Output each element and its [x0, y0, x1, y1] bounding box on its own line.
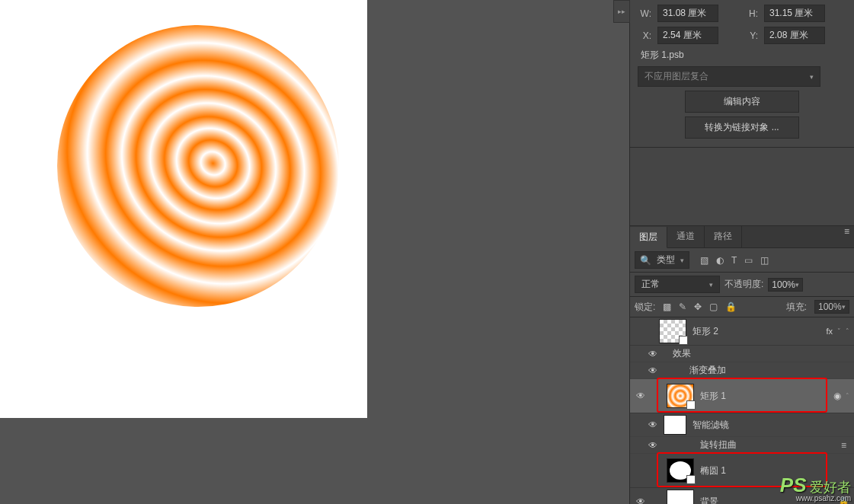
chevron-down-icon: ▾: [795, 281, 799, 289]
convert-to-linked-button[interactable]: 转换为链接对象 ...: [685, 116, 799, 139]
effects-label: 效果: [673, 347, 691, 360]
watermark: PS 爱好者 www.psahz.com: [780, 474, 851, 502]
layer-comp-value: 不应用图层复合: [644, 70, 708, 83]
collapse-panels-button[interactable]: ▸▸: [613, 0, 630, 23]
gradient-overlay-label: 渐变叠加: [689, 364, 726, 377]
visibility-toggle[interactable]: 👁: [645, 365, 660, 376]
lock-label: 锁定:: [635, 301, 655, 314]
filter-pixel-icon[interactable]: ▧: [700, 255, 708, 266]
layer-thumb[interactable]: [667, 384, 694, 408]
layer-thumb[interactable]: [667, 458, 694, 483]
fill-value: 100%: [818, 301, 842, 312]
visibility-toggle[interactable]: 👁: [645, 419, 660, 430]
visibility-toggle[interactable]: 👁: [645, 349, 660, 359]
shape-badge-icon: [686, 475, 696, 484]
watermark-cn: 爱好者: [810, 480, 851, 495]
visibility-toggle[interactable]: 👁: [630, 496, 651, 504]
blend-mode-value: 正常: [641, 278, 660, 291]
filter-kind-value: 类型: [657, 254, 675, 266]
lock-all-icon[interactable]: 🔒: [725, 301, 737, 312]
filter-mask-thumb[interactable]: [664, 415, 686, 435]
lock-row: 锁定: ▩ ✎ ✥ ▢ 🔒 填充: 100% ▾: [630, 297, 854, 317]
edit-contents-button[interactable]: 编辑内容: [685, 91, 799, 113]
fill-label: 填充:: [786, 301, 807, 314]
svg-point-1: [53, 21, 343, 311]
chevron-down-icon: ▾: [810, 73, 814, 81]
blend-row: 正常 ▾ 不透明度: 100% ▾: [630, 273, 854, 297]
spiral-artwork: [53, 21, 343, 311]
visibility-toggle[interactable]: 👁: [630, 391, 651, 401]
width-field[interactable]: 31.08 厘米: [657, 5, 718, 22]
y-label: Y:: [744, 30, 758, 41]
layer-thumb[interactable]: [667, 490, 694, 504]
width-label: W:: [638, 8, 651, 19]
x-field[interactable]: 2.54 厘米: [657, 27, 718, 44]
filter-smart-icon[interactable]: ◫: [760, 255, 769, 266]
layer-name[interactable]: 矩形 1: [700, 390, 854, 403]
layer-filter-twirl[interactable]: 👁 旋转扭曲 ≡: [630, 437, 854, 454]
panel-tabs: 图层 通道 路径 ≡: [630, 225, 854, 248]
x-label: X:: [638, 30, 651, 41]
filter-options-icon[interactable]: ≡: [841, 440, 846, 451]
chevron-up-icon[interactable]: ˄: [846, 327, 849, 335]
layer-rect2[interactable]: 矩形 2 fx˅˄: [630, 317, 854, 346]
right-panel: ▸▸ W: 31.08 厘米 H: 31.15 厘米 X: 2.54 厘米 Y:…: [629, 0, 854, 504]
tab-channels[interactable]: 通道: [667, 226, 705, 247]
tab-paths[interactable]: 路径: [705, 226, 742, 247]
smart-object-badge-icon: [686, 400, 696, 410]
layer-effect-gradient[interactable]: 👁 渐变叠加: [630, 362, 854, 379]
canvas-area: [0, 0, 629, 504]
chevron-down-icon[interactable]: ˅: [837, 327, 841, 335]
watermark-main: PS: [780, 474, 807, 496]
chevron-down-icon: ▾: [709, 281, 713, 289]
height-field[interactable]: 31.15 厘米: [764, 5, 825, 22]
lock-position-icon[interactable]: ✥: [694, 301, 702, 312]
y-field[interactable]: 2.08 厘米: [764, 27, 825, 44]
layer-thumb[interactable]: [659, 319, 686, 343]
visibility-toggle[interactable]: 👁: [645, 440, 660, 451]
document-canvas[interactable]: [0, 0, 367, 418]
layer-filter-bar: 🔍 类型 ▾ ▧ ◐ T ▭ ◫: [630, 248, 854, 273]
twirl-label: 旋转扭曲: [700, 439, 737, 451]
linked-file-name: 矩形 1.psb: [641, 49, 846, 62]
panel-menu-icon[interactable]: ≡: [844, 226, 849, 237]
collapse-icon: ▸▸: [618, 8, 625, 15]
opacity-label: 不透明度:: [724, 278, 763, 291]
filter-effects-icon[interactable]: ◉: [833, 391, 841, 401]
layer-comp-select[interactable]: 不应用图层复合 ▾: [638, 66, 820, 87]
fill-field[interactable]: 100% ▾: [814, 300, 849, 314]
lock-transparent-icon[interactable]: ▩: [663, 301, 671, 312]
filter-shape-icon[interactable]: ▭: [744, 255, 753, 266]
smart-filters-label: 智能滤镜: [692, 419, 729, 432]
filter-kind-select[interactable]: 🔍 类型 ▾: [635, 251, 689, 269]
layer-effects-row[interactable]: 👁 效果: [630, 346, 854, 362]
layer-smart-filters-row[interactable]: 👁 智能滤镜: [630, 413, 854, 437]
tab-layers[interactable]: 图层: [630, 227, 667, 248]
layer-rect1[interactable]: 👁 矩形 1 ◉˄: [630, 379, 854, 413]
fx-badge[interactable]: fx: [826, 327, 833, 336]
chevron-down-icon: ▾: [842, 303, 846, 311]
smart-object-badge-icon: [679, 336, 688, 345]
lock-artboard-icon[interactable]: ▢: [709, 301, 718, 312]
properties-panel: W: 31.08 厘米 H: 31.15 厘米 X: 2.54 厘米 Y: 2.…: [630, 0, 854, 148]
chevron-down-icon: ▾: [680, 257, 684, 264]
filter-adjust-icon[interactable]: ◐: [716, 255, 724, 266]
search-icon: 🔍: [640, 255, 651, 266]
height-label: H:: [744, 8, 758, 19]
chevron-up-icon[interactable]: ˄: [846, 392, 849, 400]
opacity-value: 100%: [772, 279, 795, 290]
blend-mode-select[interactable]: 正常 ▾: [635, 276, 720, 293]
filter-type-icon[interactable]: T: [731, 255, 737, 266]
lock-image-icon[interactable]: ✎: [679, 301, 686, 312]
opacity-field[interactable]: 100% ▾: [768, 278, 803, 292]
